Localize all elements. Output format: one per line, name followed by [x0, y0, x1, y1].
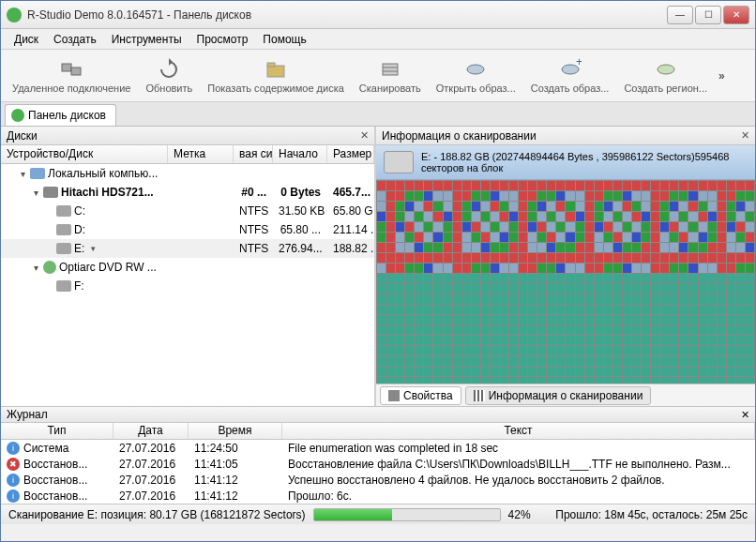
drive-icon	[384, 151, 414, 173]
menu-view[interactable]: Просмотр	[191, 31, 254, 48]
error-icon: ✖	[7, 458, 20, 471]
col-fs[interactable]: вая си	[234, 145, 273, 163]
jcol-time[interactable]: Время	[189, 423, 282, 439]
table-row[interactable]: E:▼NTFS276.94...188.82 ...	[1, 239, 374, 258]
disks-close-icon[interactable]: ✕	[360, 129, 369, 142]
svg-point-10	[658, 65, 674, 74]
tab-properties[interactable]: Свойства	[380, 386, 461, 405]
toolbar: Удаленное подключение Обновить Показать …	[1, 50, 755, 102]
maximize-button[interactable]: ☐	[695, 6, 721, 24]
tool-scan[interactable]: Сканировать	[352, 56, 429, 96]
table-row[interactable]: ▾Локальный компью...	[1, 164, 374, 183]
menu-disk[interactable]: Диск	[8, 31, 44, 48]
table-row[interactable]: D:NTFS65.80 ...211.14 ...	[1, 220, 374, 239]
menu-tools[interactable]: Инструменты	[106, 31, 188, 48]
disks-title: Диски	[7, 129, 38, 143]
scan-info-title: Информация о сканировании	[382, 129, 537, 143]
jcol-date[interactable]: Дата	[113, 423, 189, 439]
tab-strip: Панель дисков	[1, 102, 755, 127]
journal-grid-header: Тип Дата Время Текст	[1, 423, 755, 440]
folder-open-icon	[265, 58, 287, 81]
device-name: F:	[74, 279, 84, 293]
expand-toggle[interactable]: ▾	[31, 188, 40, 198]
tool-open-image[interactable]: Открыть образ...	[429, 56, 523, 96]
jcol-type[interactable]: Тип	[1, 423, 113, 439]
scan-info-close-icon[interactable]: ✕	[741, 129, 749, 142]
scan-info-panel: Информация о сканировании ✕ E: - 188.82 …	[376, 127, 755, 406]
table-row[interactable]: F:	[1, 277, 374, 295]
network-icon	[60, 58, 83, 81]
vol-icon	[56, 280, 71, 292]
hdd-icon	[43, 187, 58, 198]
col-device[interactable]: Устройство/Диск	[1, 145, 168, 163]
tab-drive-panel[interactable]: Панель дисков	[5, 104, 116, 126]
chevron-down-icon[interactable]: ▼	[89, 245, 97, 253]
info-icon: i	[7, 442, 20, 455]
journal-row[interactable]: ✖Восстанов...27.07.201611:41:05Восстанов…	[1, 456, 755, 472]
device-name: C:	[74, 204, 85, 218]
scan-block-map[interactable]	[376, 180, 755, 384]
status-bar: Сканирование E: позиция: 80.17 GB (16812…	[1, 504, 755, 524]
menu-help[interactable]: Помощь	[257, 31, 311, 48]
journal-row[interactable]: iВосстанов...27.07.201611:41:12Успешно в…	[1, 472, 755, 488]
journal-body[interactable]: iСистема27.07.201611:24:50File enumerati…	[1, 440, 755, 504]
table-row[interactable]: C:NTFS31.50 KB65.80 GB	[1, 202, 374, 220]
scan-info-header: Информация о сканировании ✕	[376, 127, 755, 145]
device-name: Optiarc DVD RW ...	[59, 261, 157, 274]
svg-point-7	[467, 65, 484, 74]
expand-toggle[interactable]: ▾	[31, 263, 40, 273]
col-label[interactable]: Метка	[168, 145, 234, 163]
tab-scan-info[interactable]: Информация о сканировании	[465, 386, 652, 405]
svg-rect-0	[62, 64, 71, 71]
open-image-icon	[464, 58, 487, 81]
device-name: E:	[74, 242, 84, 255]
svg-rect-4	[383, 64, 398, 75]
scan-line2: секторов на блок	[421, 162, 729, 173]
jcol-text[interactable]: Текст	[282, 423, 755, 439]
tool-create-region[interactable]: Создать регион...	[616, 56, 715, 96]
journal-title: Журнал	[7, 408, 48, 421]
tool-create-image[interactable]: +Создать образ...	[523, 56, 617, 96]
journal-row[interactable]: iСистема27.07.201611:24:50File enumerati…	[1, 440, 755, 456]
journal-row[interactable]: iВосстанов...27.07.201611:41:12Прошло: 6…	[1, 488, 755, 504]
device-name: Hitachi HDS721...	[61, 186, 154, 199]
menu-create[interactable]: Создать	[48, 31, 102, 48]
svg-rect-1	[71, 68, 81, 75]
expand-toggle[interactable]: ▾	[18, 169, 27, 179]
scan-tabs: Свойства Информация о сканировании	[376, 384, 755, 406]
device-name: Локальный компью...	[48, 167, 158, 180]
close-button[interactable]: ✕	[723, 6, 749, 24]
titlebar: R-Studio Demo 8.0.164571 - Панель дисков…	[1, 1, 755, 29]
refresh-icon	[158, 58, 180, 81]
drive-panel-icon	[11, 109, 24, 122]
status-text-left: Сканирование E: позиция: 80.17 GB (16812…	[8, 508, 306, 521]
vol-icon	[56, 243, 71, 254]
progress-bar	[313, 508, 501, 521]
grid-icon	[474, 390, 485, 401]
tool-remote-connect[interactable]: Удаленное подключение	[5, 56, 138, 96]
col-size[interactable]: Размер	[327, 145, 374, 163]
journal-header: Журнал ✕	[1, 406, 755, 423]
disks-panel: Диски ✕ Устройство/Диск Метка вая си Нач…	[1, 127, 376, 406]
minimize-button[interactable]: —	[667, 6, 693, 24]
tool-show-content[interactable]: Показать содержимое диска	[200, 56, 352, 96]
journal-close-icon[interactable]: ✕	[741, 409, 749, 421]
scan-summary: E: - 188.82 GB (202744894464 Bytes , 395…	[376, 145, 755, 180]
tool-refresh[interactable]: Обновить	[138, 56, 200, 96]
info-icon: i	[7, 474, 20, 487]
svg-rect-3	[267, 63, 275, 67]
disks-tree[interactable]: ▾Локальный компью...▾Hitachi HDS721...#0…	[1, 164, 374, 406]
disks-grid-header: Устройство/Диск Метка вая си Начало Разм…	[1, 145, 374, 164]
table-row[interactable]: ▾Hitachi HDS721...#0 ...0 Bytes465.7...	[1, 183, 374, 202]
vol-icon	[56, 205, 71, 217]
app-icon	[7, 8, 22, 23]
window-title: R-Studio Demo 8.0.164571 - Панель дисков	[27, 8, 667, 22]
table-row[interactable]: ▾Optiarc DVD RW ...	[1, 258, 374, 277]
toolbar-overflow[interactable]: »	[715, 69, 729, 83]
scan-icon	[379, 58, 401, 81]
scan-line1: E: - 188.82 GB (202744894464 Bytes , 395…	[421, 151, 729, 162]
menubar: Диск Создать Инструменты Просмотр Помощь	[1, 29, 755, 50]
vol-icon	[56, 224, 71, 235]
col-start[interactable]: Начало	[273, 145, 327, 163]
opt-icon	[43, 261, 56, 274]
